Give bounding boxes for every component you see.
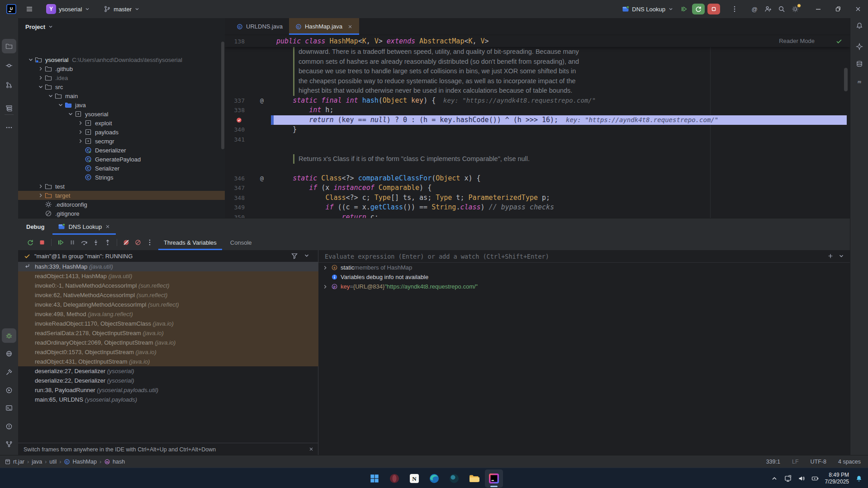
tool-maven-button[interactable]: m <box>852 74 867 89</box>
tree-row-strings[interactable]: CStrings <box>18 173 225 182</box>
settings-button[interactable] <box>788 2 802 16</box>
code-line[interactable]: highest bits that would otherwise never … <box>225 86 850 96</box>
run-config-widget[interactable]: DNS Lookup <box>618 2 677 16</box>
chevron-right-icon[interactable] <box>322 265 329 271</box>
code-line[interactable]: common sets of hashes are already reason… <box>225 57 850 67</box>
tree-row-java[interactable]: java <box>18 100 225 109</box>
code-line[interactable] <box>225 144 850 154</box>
tool-terminal-button[interactable] <box>2 401 16 415</box>
frame-row[interactable]: hash:339, HashMap (java.util) <box>18 262 318 271</box>
line-number[interactable]: 347 <box>225 183 245 193</box>
frame-row[interactable]: readObject0:1573, ObjectInputStream (jav… <box>18 347 318 357</box>
chevron-down-icon[interactable] <box>27 56 34 63</box>
frame-row[interactable]: run:38, PayloadRunner (ysoserial.payload… <box>18 385 318 395</box>
minimize-button[interactable] <box>808 0 828 18</box>
frame-row[interactable]: deserialize:27, Deserializer (ysoserial) <box>18 366 318 376</box>
tool-notifications-button[interactable] <box>852 19 867 33</box>
stop-debug-button[interactable] <box>36 237 48 248</box>
code-line-337[interactable]: 337@ static final int hash(Object key) {… <box>225 96 850 106</box>
annotation-gutter-icon[interactable]: @ <box>256 174 267 184</box>
more-debug-actions-button[interactable] <box>144 237 156 248</box>
volume-icon[interactable] <box>798 475 805 482</box>
more-actions-button[interactable] <box>728 2 741 16</box>
view-breakpoints-button[interactable] <box>132 237 144 248</box>
tool-structure-button[interactable] <box>2 101 16 115</box>
code-line[interactable]: downward. There is a tradeoff between sp… <box>225 47 850 57</box>
tool-problems-button[interactable] <box>2 419 16 434</box>
filter-icon[interactable] <box>291 252 298 260</box>
taskbar-file-explorer-button[interactable] <box>465 469 483 488</box>
line-number[interactable]: 350 <box>225 213 245 218</box>
editor-tab-urldns-java[interactable]: CURLDNS.java <box>230 18 289 35</box>
chevron-right-icon[interactable] <box>322 284 329 290</box>
chevron-right-icon[interactable] <box>77 119 84 127</box>
thread-status-row[interactable]: "main"@1 in group "main": RUNNING <box>18 250 318 262</box>
sticky-line[interactable]: 138public class HashMap<K, V> extends Ab… <box>225 35 850 47</box>
chevron-right-icon[interactable] <box>37 65 44 72</box>
tree-row-test[interactable]: test <box>18 182 225 191</box>
code-line[interactable]: because we use trees to handle large set… <box>225 66 850 76</box>
tool-ai-assistant-button[interactable] <box>852 39 867 54</box>
breadcrumb-java[interactable]: java <box>32 459 42 465</box>
tool-endpoints-button[interactable] <box>2 346 16 361</box>
code-line[interactable]: Returns x's Class if it is of the form "… <box>225 154 850 164</box>
code-line-339[interactable]: return (key == null) ? 0 : (h = key.hash… <box>225 115 850 125</box>
tree-row-payloads[interactable]: payloads <box>18 128 225 137</box>
debug-view-tab-console[interactable]: Console <box>225 235 257 250</box>
editor-scrollbar[interactable] <box>844 68 848 91</box>
search-everywhere-button[interactable] <box>775 2 788 16</box>
close-icon[interactable] <box>347 24 353 29</box>
pause-button[interactable] <box>66 237 78 248</box>
watch-row[interactable]: sstatic members of HashMap <box>318 263 850 272</box>
tool-version-control-button[interactable] <box>2 437 16 451</box>
line-number[interactable]: 348 <box>225 193 245 203</box>
tree-row-ysoserial[interactable]: ysoserial <box>18 109 225 118</box>
mute-breakpoints-button[interactable] <box>120 237 132 248</box>
tool-pull-requests-button[interactable] <box>2 78 16 92</box>
notifications-bell-icon[interactable] <box>855 475 863 482</box>
taskbar-windows-start-button[interactable] <box>365 469 384 488</box>
taskbar-opera-button[interactable] <box>385 469 403 488</box>
chevron-down-icon[interactable] <box>57 101 64 109</box>
code-line-349[interactable]: 349 if ((c = x.getClass()) == String.cla… <box>225 203 850 213</box>
battery-icon[interactable] <box>811 475 819 482</box>
tree-row--idea[interactable]: .idea <box>18 73 225 82</box>
watch-row[interactable]: Variables debug info not available <box>318 272 850 282</box>
caret-position[interactable]: 339:1 <box>766 459 780 465</box>
stop-button[interactable] <box>707 4 720 14</box>
tree-row-exploit[interactable]: exploit <box>18 118 225 128</box>
tree-row-main[interactable]: main <box>18 91 225 100</box>
main-menu-button[interactable] <box>23 2 36 16</box>
add-watch-icon[interactable] <box>827 253 834 259</box>
chevron-right-icon[interactable] <box>37 74 44 81</box>
chevron-down-icon[interactable] <box>37 83 44 90</box>
code-line-341[interactable]: 341 <box>225 135 850 145</box>
taskbar-chrome-button[interactable] <box>445 469 463 488</box>
chevron-right-icon[interactable] <box>37 192 44 199</box>
rerun-debug-button[interactable] <box>24 237 36 248</box>
code-line[interactable]: the cheapest possible way to reduce syst… <box>225 76 850 86</box>
code-with-me-button[interactable] <box>761 2 775 16</box>
frame-row[interactable]: readSerialData:2178, ObjectInputStream (… <box>18 328 318 338</box>
tree-row-target[interactable]: target <box>18 191 225 200</box>
step-over-button[interactable] <box>78 237 90 248</box>
chevron-right-icon[interactable] <box>77 128 84 136</box>
code-line-350[interactable]: 350 return c; <box>225 213 850 218</box>
line-number[interactable]: 341 <box>225 135 245 145</box>
resume-button[interactable] <box>55 237 66 248</box>
clock[interactable]: 8:49 PM 7/29/2025 <box>825 472 849 485</box>
line-number[interactable]: 340 <box>225 125 245 135</box>
chevron-down-icon[interactable] <box>838 253 844 259</box>
frame-row[interactable]: invoke:498, Method (java.lang.reflect) <box>18 309 318 319</box>
code-line-346[interactable]: 346@ static Class<?> comparableClassFor(… <box>225 174 850 184</box>
frame-row[interactable]: deserialize:22, Deserializer (ysoserial) <box>18 376 318 385</box>
indent-size[interactable]: 4 spaces <box>838 459 861 465</box>
close-icon[interactable] <box>105 224 110 229</box>
tree-row--github[interactable]: .github <box>18 64 225 73</box>
line-number[interactable]: 338 <box>225 105 245 115</box>
banner-close-icon[interactable] <box>308 446 314 452</box>
tree-row--editorconfig[interactable]: .editorconfig <box>18 200 225 209</box>
code-line[interactable] <box>225 164 850 174</box>
ai-assistant-button[interactable]: @ <box>748 2 761 16</box>
tool-build-button[interactable] <box>2 365 16 379</box>
